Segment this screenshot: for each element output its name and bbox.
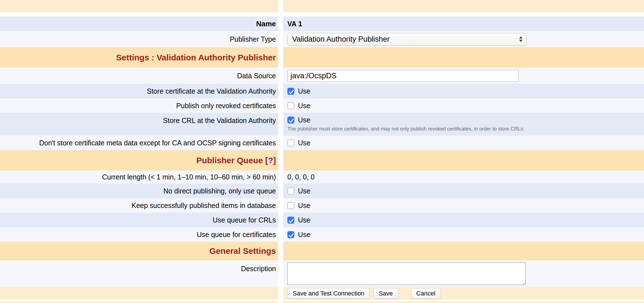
queue-certificates-row: Use queue for certificates Use bbox=[0, 227, 644, 242]
queue-section-title: Publisher Queue [?] bbox=[196, 156, 276, 165]
queue-title-text: Publisher Queue bbox=[196, 156, 263, 165]
publisher-type-row: Publisher Type Validation Authority Publ… bbox=[0, 31, 644, 47]
save-and-test-button[interactable]: Save and Test Connection bbox=[287, 288, 369, 299]
publish-revoked-label: Publish only revoked certificates bbox=[176, 102, 276, 110]
publisher-type-selected-value: Validation Authority Publisher bbox=[292, 35, 390, 44]
queue-length-row: Current length (< 1 min, 1–10 min, 10–60… bbox=[0, 171, 644, 184]
queue-help-link[interactable]: ? bbox=[268, 156, 273, 165]
store-crl-note: The publisher must store certificates, a… bbox=[287, 126, 524, 132]
actions-row: Save and Test Connection Save Cancel bbox=[0, 287, 644, 300]
edit-publisher-page: Name VA 1 Publisher Type Validation Auth… bbox=[0, 0, 644, 303]
use-label: Use bbox=[298, 87, 310, 95]
use-label: Use bbox=[298, 139, 310, 147]
use-label: Use bbox=[298, 187, 310, 195]
no-direct-publishing-row: No direct publishing, only use queue Use bbox=[0, 184, 644, 198]
keep-published-label: Keep successfully published items in dat… bbox=[132, 202, 276, 210]
publish-revoked-row: Publish only revoked certificates Use bbox=[0, 98, 644, 113]
no-direct-publishing-label: No direct publishing, only use queue bbox=[163, 187, 276, 195]
publisher-type-select[interactable]: Validation Authority Publisher bbox=[287, 33, 527, 46]
bottom-band bbox=[0, 301, 644, 303]
top-band-left bbox=[0, 0, 278, 12]
top-band-right bbox=[283, 0, 644, 12]
store-certificate-row: Store certificate at the Validation Auth… bbox=[0, 84, 644, 98]
keep-published-row: Keep successfully published items in dat… bbox=[0, 198, 644, 213]
store-crl-checkbox[interactable] bbox=[287, 117, 294, 124]
store-crl-label: Store CRL at the Validation Authority bbox=[163, 117, 276, 125]
save-button[interactable]: Save bbox=[373, 288, 398, 299]
name-row: Name VA 1 bbox=[0, 16, 644, 31]
meta-data-checkbox[interactable] bbox=[287, 139, 294, 146]
no-direct-publishing-checkbox[interactable] bbox=[287, 188, 294, 195]
data-source-row: Data Source bbox=[0, 68, 644, 84]
meta-data-row: Don't store certificate meta data except… bbox=[0, 136, 644, 150]
publish-revoked-checkbox[interactable] bbox=[287, 102, 294, 109]
queue-length-value: 0, 0, 0, 0 bbox=[287, 173, 314, 181]
use-label: Use bbox=[298, 202, 310, 210]
general-section-header: General Settings bbox=[0, 242, 644, 260]
use-label: Use bbox=[298, 231, 310, 239]
publisher-type-label: Publisher Type bbox=[230, 35, 276, 43]
queue-crls-label: Use queue for CRLs bbox=[213, 216, 276, 224]
name-label: Name bbox=[256, 20, 276, 28]
meta-data-label: Don't store certificate meta data except… bbox=[39, 139, 276, 147]
help-bracket-open: [ bbox=[265, 156, 268, 165]
data-source-label: Data Source bbox=[237, 72, 276, 80]
settings-section-header: Settings : Validation Authority Publishe… bbox=[0, 47, 644, 68]
store-certificate-label: Store certificate at the Validation Auth… bbox=[147, 87, 276, 95]
settings-section-title: Settings : Validation Authority Publishe… bbox=[116, 53, 276, 62]
chevron-down-icon bbox=[519, 40, 523, 42]
cancel-button[interactable]: Cancel bbox=[411, 288, 441, 299]
store-crl-row: Store CRL at the Validation Authority Us… bbox=[0, 113, 644, 136]
help-bracket-close: ] bbox=[273, 156, 276, 165]
general-section-title: General Settings bbox=[209, 246, 276, 256]
data-source-input[interactable] bbox=[287, 70, 519, 82]
top-band bbox=[0, 0, 644, 12]
keep-published-checkbox[interactable] bbox=[287, 202, 294, 209]
queue-crls-checkbox[interactable] bbox=[287, 217, 294, 224]
queue-certificates-label: Use queue for certificates bbox=[197, 231, 276, 239]
description-label: Description bbox=[241, 265, 276, 273]
description-textarea[interactable] bbox=[287, 262, 526, 285]
use-label: Use bbox=[298, 116, 310, 124]
name-value: VA 1 bbox=[287, 20, 302, 28]
queue-crls-row: Use queue for CRLs Use bbox=[0, 213, 644, 227]
spacer bbox=[0, 12, 644, 16]
description-row: Description bbox=[0, 260, 644, 287]
queue-section-header: Publisher Queue [?] bbox=[0, 150, 644, 171]
use-label: Use bbox=[298, 102, 310, 110]
queue-certificates-checkbox[interactable] bbox=[287, 231, 294, 238]
select-stepper-icon bbox=[519, 36, 523, 42]
use-label: Use bbox=[298, 216, 310, 224]
chevron-up-icon bbox=[519, 36, 523, 39]
store-certificate-checkbox[interactable] bbox=[287, 88, 294, 95]
queue-length-label: Current length (< 1 min, 1–10 min, 10–60… bbox=[102, 173, 276, 181]
